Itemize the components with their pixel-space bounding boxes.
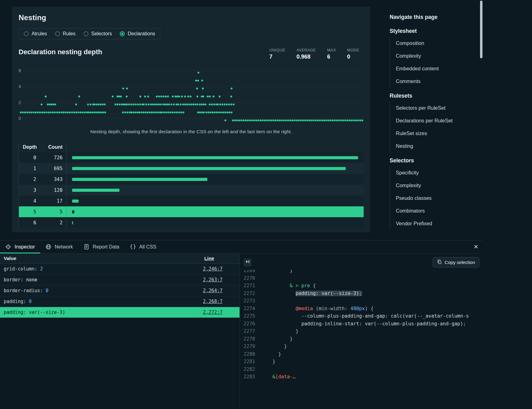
- line-link[interactable]: 2,268:7: [203, 299, 223, 304]
- stat-label: MODE: [347, 48, 360, 52]
- declaration-property: padding:: [4, 299, 26, 304]
- close-icon[interactable]: ✕: [469, 240, 483, 253]
- stat-value: 0.968: [296, 54, 316, 60]
- line-number: 2283: [244, 373, 261, 379]
- depth-value: 2: [19, 177, 38, 182]
- stat-value: 0: [347, 54, 360, 60]
- count-bar: [72, 189, 119, 192]
- line-link[interactable]: 2,264:7: [203, 288, 223, 293]
- line-column-header[interactable]: Line: [204, 256, 214, 261]
- nav-item-nesting[interactable]: Nesting: [390, 140, 477, 152]
- declaration-property: border-radius:: [4, 288, 43, 293]
- depth-row-1[interactable]: 1695: [19, 163, 364, 174]
- values-pane: Value Line grid-column: 22,246:7border: …: [0, 253, 240, 409]
- radio-label: Rules: [63, 31, 76, 37]
- tab-inspector[interactable]: Inspector: [0, 240, 40, 253]
- line-number: 2279: [244, 343, 261, 350]
- value-row-0[interactable]: grid-column: 22,246:7: [0, 264, 240, 275]
- line-link[interactable]: 2,272:7: [203, 310, 223, 315]
- page-scrollbar[interactable]: [480, 0, 482, 240]
- tab-report-data[interactable]: Report Data: [78, 240, 125, 253]
- radio-label: Atrules: [32, 31, 47, 37]
- line-link[interactable]: 2,246:7: [203, 266, 223, 272]
- value-row-1[interactable]: border: none2,263:7: [0, 275, 240, 285]
- tab-network[interactable]: Network: [40, 240, 78, 253]
- svg-text:0: 0: [19, 116, 21, 121]
- radio-atrules[interactable]: Atrules: [24, 31, 47, 37]
- value-row-4[interactable]: padding: var(--size-3)2,272:7: [0, 307, 240, 318]
- nav-item-selectors-per-ruleset[interactable]: Selectors per RuleSet: [390, 102, 477, 114]
- radio-rules[interactable]: Rules: [55, 31, 76, 37]
- nav-item-combinators[interactable]: Combinators: [390, 205, 477, 217]
- copy-selection-label: Copy selection: [445, 260, 475, 265]
- stat-average: AVERAGE0.968: [296, 48, 316, 60]
- line-number: 2269: [244, 270, 261, 275]
- braces-icon: [130, 244, 136, 250]
- scrollbar-thumb[interactable]: [480, 1, 482, 58]
- tab-label: Network: [55, 244, 73, 250]
- panel-toggle-button[interactable]: [244, 258, 252, 266]
- value-row-3[interactable]: padding: 02,268:7: [0, 296, 240, 307]
- depth-row-4[interactable]: 417: [19, 196, 364, 206]
- nav-item-comments[interactable]: Comments: [390, 75, 477, 88]
- tab-label: Inspector: [15, 244, 35, 250]
- stat-value: 7: [269, 54, 285, 60]
- depth-row-5[interactable]: 55: [19, 206, 364, 217]
- declaration-value: 0: [45, 288, 48, 293]
- declaration-property: grid-column:: [4, 266, 37, 272]
- nav-item-declarations-per-ruleset[interactable]: Declarations per RuleSet: [390, 114, 477, 127]
- tab-label: Report Data: [93, 244, 119, 250]
- copy-icon: [437, 259, 442, 265]
- tab-all-css[interactable]: All CSS: [125, 240, 162, 253]
- line-number: 2271: [244, 282, 261, 290]
- nav-item-complexity[interactable]: Complexity: [390, 50, 477, 62]
- nav-item-pseudo-classes[interactable]: Pseudo classes: [390, 192, 477, 205]
- code-line-2270: 2270: [244, 275, 483, 282]
- nav-item-complexity[interactable]: Complexity: [390, 179, 477, 192]
- devtools-panel: InspectorNetworkReport DataAll CSS✕ Valu…: [0, 240, 483, 409]
- globe-icon: [45, 244, 51, 250]
- code-line-2279: 2279}: [244, 343, 483, 350]
- svg-text:2: 2: [19, 100, 21, 105]
- count-bar: [72, 221, 73, 224]
- nav-item-specificity[interactable]: Specificity: [390, 166, 477, 179]
- radio-declarations[interactable]: Declarations: [120, 31, 155, 37]
- app: Nesting AtrulesRulesSelectorsDeclaration…: [0, 0, 532, 409]
- depth-row-6[interactable]: 62: [19, 217, 364, 228]
- line-link[interactable]: 2,263:7: [203, 277, 223, 283]
- depth-row-2[interactable]: 2343: [19, 174, 364, 185]
- nav-item-ruleset-sizes[interactable]: RuleSet sizes: [390, 127, 477, 140]
- code-viewer[interactable]: 2269}22702271& > pre {2272padding: var(-…: [244, 270, 483, 379]
- chart-stats: UNIQUE7AVERAGE0.968MAX6MODE0: [269, 48, 364, 60]
- depth-value: 5: [19, 209, 38, 215]
- line-number: 2274: [244, 305, 261, 313]
- nav-item-embedded-content[interactable]: Embedded content: [390, 62, 477, 75]
- code-pane: Copy selection 2269}22702271& > pre {227…: [240, 253, 483, 409]
- stat-value: 6: [327, 54, 336, 60]
- depth-value: 6: [19, 220, 38, 226]
- radio-selectors[interactable]: Selectors: [84, 31, 112, 37]
- radio-icon: [120, 31, 125, 36]
- copy-selection-button[interactable]: Copy selection: [433, 257, 479, 267]
- nav-section-stylesheet: Stylesheet: [390, 28, 477, 34]
- code-line-2269: 2269}: [244, 270, 483, 275]
- stat-label: AVERAGE: [296, 48, 316, 52]
- code-line-2282: 2282: [244, 366, 483, 373]
- value-row-2[interactable]: border-radius: 02,264:7: [0, 285, 240, 296]
- page-nav: Navigate this page StylesheetComposition…: [390, 14, 477, 232]
- line-number: 2270: [244, 275, 261, 282]
- code-line-2280: 2280}: [244, 350, 483, 358]
- depth-column-header: Depth: [19, 144, 38, 150]
- nav-section-selectors: Selectors: [390, 157, 477, 164]
- nav-section-rulesets: Rulesets: [390, 93, 477, 99]
- count-value: 2: [38, 217, 67, 228]
- depth-row-0[interactable]: 0726: [19, 152, 364, 163]
- depth-row-3[interactable]: 3120: [19, 185, 364, 196]
- page-nav-sections: StylesheetCompositionComplexityEmbedded …: [390, 28, 477, 230]
- chart-header: Declaration nesting depth UNIQUE7AVERAGE…: [19, 48, 364, 60]
- code-line-2276: 2276padding-inline-start: var(--column-p…: [244, 320, 483, 328]
- count-value: 726: [38, 152, 67, 163]
- count-value: 695: [38, 163, 67, 174]
- nav-item-composition[interactable]: Composition: [390, 37, 477, 50]
- nav-item-vendor-prefixed[interactable]: Vendor Prefixed: [390, 217, 477, 230]
